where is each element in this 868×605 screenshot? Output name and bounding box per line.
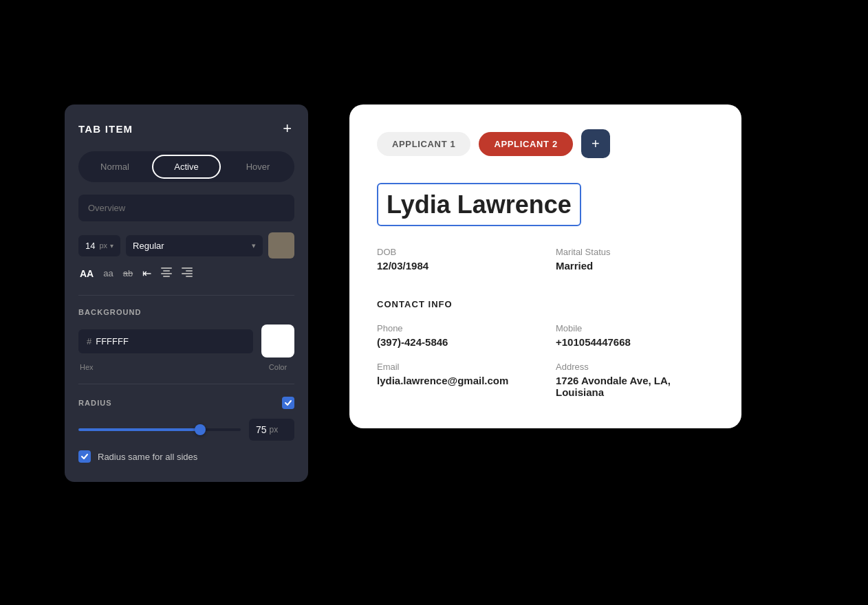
font-size-control[interactable]: 14 px ▾ [78, 235, 120, 256]
panel-title: TAB ITEM [78, 123, 133, 135]
bg-labels-row: Hex Color [78, 363, 294, 371]
text-color-swatch[interactable] [268, 232, 294, 258]
slider-row: 75 px [78, 419, 294, 441]
strikethrough-icon[interactable]: ab [123, 268, 133, 278]
address-label: Address [556, 362, 714, 372]
radius-checkbox[interactable] [282, 397, 294, 409]
contact-grid: Phone (397)-424-5846 Mobile +10105444766… [377, 323, 714, 398]
applicant-1-tab[interactable]: APPLICANT 1 [377, 132, 470, 156]
svg-rect-7 [186, 276, 193, 277]
phone-block: Phone (397)-424-5846 [377, 323, 535, 348]
radius-section-label: RADIUS [78, 399, 112, 407]
align-left-icon[interactable]: ⇤ [142, 267, 151, 280]
font-controls-row: 14 px ▾ Regular ▾ [78, 232, 294, 258]
font-size-value: 14 [85, 241, 95, 251]
hex-input-wrapper[interactable]: # [78, 329, 253, 353]
email-label: Email [377, 362, 535, 372]
same-sides-checkbox[interactable] [78, 450, 91, 463]
divider-2 [78, 384, 294, 384]
applicant-name: Lydia Lawrence [387, 190, 572, 219]
left-panel: TAB ITEM + Normal Active Hover 14 px ▾ R… [65, 104, 308, 482]
email-value: lydia.lawrence@gmail.com [377, 375, 535, 386]
panel-header: TAB ITEM + [78, 121, 294, 136]
text-format-row: AA aa ab ⇤ [78, 267, 294, 280]
font-family-select[interactable]: Regular ▾ [126, 235, 263, 256]
background-section: BACKGROUND # Hex Color [78, 308, 294, 371]
svg-rect-5 [186, 270, 193, 272]
name-field-wrapper: Lydia Lawrence [377, 183, 581, 226]
font-size-chevron-icon: ▾ [110, 242, 113, 250]
align-center-icon[interactable] [161, 267, 172, 279]
svg-rect-2 [161, 273, 172, 274]
add-tab-item-button[interactable]: + [280, 121, 294, 136]
contact-section-title: CONTACT INFO [377, 299, 714, 309]
address-value: 1726 Avondale Ave, LA, Louisiana [556, 375, 714, 398]
radius-value: 75 [256, 424, 267, 435]
tab-normal-button[interactable]: Normal [82, 155, 148, 179]
hex-color-input[interactable] [96, 336, 151, 346]
dob-value: 12/03/1984 [377, 260, 535, 272]
same-sides-row: Radius same for all sides [78, 450, 294, 463]
radius-section: RADIUS 75 px [78, 397, 294, 463]
applicant-tab-nav: APPLICANT 1 APPLICANT 2 + [377, 129, 714, 158]
color-label: Color [261, 363, 294, 371]
svg-rect-6 [182, 273, 193, 274]
add-applicant-button[interactable]: + [581, 129, 610, 158]
svg-rect-0 [161, 267, 172, 269]
dob-block: DOB 12/03/1984 [377, 247, 535, 272]
slider-thumb[interactable] [195, 424, 206, 435]
contact-section: CONTACT INFO Phone (397)-424-5846 Mobile… [377, 299, 714, 398]
tab-active-button[interactable]: Active [152, 155, 221, 179]
right-panel: APPLICANT 1 APPLICANT 2 + Lydia Lawrence… [349, 104, 741, 428]
email-block: Email lydia.lawrence@gmail.com [377, 362, 535, 398]
font-family-value: Regular [133, 241, 164, 251]
bg-controls: # [78, 324, 294, 358]
align-right-icon[interactable] [182, 267, 193, 279]
info-grid: DOB 12/03/1984 Marital Status Married [377, 247, 714, 272]
radius-slider[interactable] [78, 428, 241, 431]
hex-hash: # [87, 336, 91, 346]
marital-label: Marital Status [556, 247, 714, 257]
marital-block: Marital Status Married [556, 247, 714, 272]
state-tab-group: Normal Active Hover [78, 151, 294, 182]
address-block: Address 1726 Avondale Ave, LA, Louisiana [556, 362, 714, 398]
radius-header: RADIUS [78, 397, 294, 409]
lowercase-icon[interactable]: aa [103, 268, 113, 278]
applicant-2-tab[interactable]: APPLICANT 2 [479, 132, 572, 156]
phone-label: Phone [377, 323, 535, 333]
background-section-label: BACKGROUND [78, 308, 294, 316]
dob-label: DOB [377, 247, 535, 257]
font-family-chevron-icon: ▾ [252, 241, 256, 250]
mobile-block: Mobile +101054447668 [556, 323, 714, 348]
svg-rect-1 [163, 270, 170, 272]
radius-value-wrapper[interactable]: 75 px [249, 419, 294, 441]
svg-rect-3 [163, 276, 170, 277]
slider-fill [78, 428, 200, 431]
color-preview-swatch[interactable] [261, 324, 294, 358]
uppercase-icon[interactable]: AA [80, 268, 94, 279]
radius-unit: px [270, 425, 279, 434]
font-size-unit: px [99, 241, 107, 250]
hex-label: Hex [78, 363, 253, 371]
tab-hover-button[interactable]: Hover [225, 155, 291, 179]
overview-input[interactable] [78, 195, 294, 221]
marital-value: Married [556, 260, 714, 272]
mobile-value: +101054447668 [556, 336, 714, 348]
svg-rect-4 [182, 267, 193, 269]
divider-1 [78, 295, 294, 296]
mobile-label: Mobile [556, 323, 714, 333]
same-sides-label: Radius same for all sides [98, 452, 197, 462]
phone-value: (397)-424-5846 [377, 336, 535, 348]
